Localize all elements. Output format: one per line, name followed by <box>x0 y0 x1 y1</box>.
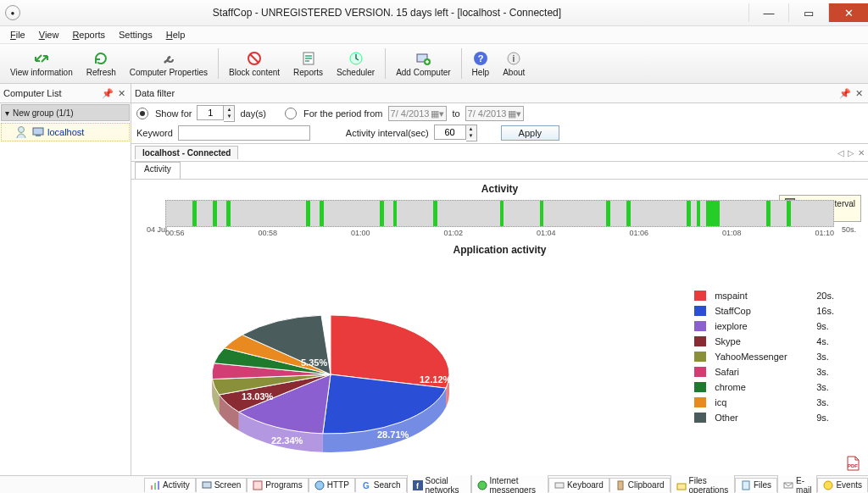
toolbar: View information Refresh Computer Proper… <box>0 44 868 84</box>
bottom-tabs: Activity Screen Programs HTTP GSearch fS… <box>0 475 868 493</box>
export-pdf-button[interactable]: PDF <box>844 455 861 472</box>
close-button[interactable]: ✕ <box>828 3 868 22</box>
tools-icon <box>160 50 177 67</box>
days-input[interactable] <box>197 105 224 120</box>
svg-point-30 <box>824 481 832 490</box>
tab-im[interactable]: Internet messengers <box>471 474 548 494</box>
svg-text:PDF: PDF <box>848 463 858 468</box>
calendar-icon: ▦▾ <box>508 108 521 119</box>
computer-properties-button[interactable]: Computer Properties <box>123 44 214 83</box>
window-title: StaffCop - UNREGISTERED VERSION. 15 days… <box>25 7 748 19</box>
tab-close-icon[interactable]: ✕ <box>858 148 865 158</box>
about-button[interactable]: iAbout <box>496 44 531 83</box>
svg-rect-28 <box>743 481 749 490</box>
period-radio[interactable] <box>285 108 297 119</box>
app-icon: ● <box>5 5 20 20</box>
svg-rect-26 <box>618 481 623 490</box>
tab-social[interactable]: fSocial networks <box>407 474 471 494</box>
svg-rect-13 <box>36 135 41 136</box>
monitor-icon <box>32 127 44 137</box>
reports-icon <box>300 50 317 67</box>
svg-point-0 <box>164 61 166 64</box>
arrows-icon <box>33 50 50 67</box>
add-computer-icon <box>415 50 431 67</box>
activity-subtab[interactable]: Activity <box>135 162 181 179</box>
computer-list-header: Computer List <box>3 88 61 98</box>
svg-point-24 <box>478 481 487 490</box>
tab-prev-icon[interactable]: ◁ <box>837 148 844 158</box>
tab-clipboard[interactable]: Clipboard <box>609 478 670 492</box>
apply-button[interactable]: Apply <box>501 125 560 141</box>
tab-activity[interactable]: Activity <box>144 478 196 492</box>
menu-file[interactable]: File <box>5 28 31 42</box>
chart-area: Activity Activity interval Inactivity 04… <box>131 180 868 475</box>
show-for-radio[interactable] <box>136 108 148 119</box>
files-ops-icon <box>676 480 687 490</box>
tab-events[interactable]: Events <box>817 478 868 492</box>
tab-programs[interactable]: Programs <box>247 478 308 492</box>
minimize-button[interactable]: — <box>748 3 788 22</box>
keyboard-icon <box>554 480 565 490</box>
interval-input[interactable] <box>434 125 466 140</box>
svg-text:i: i <box>513 54 515 64</box>
date-from[interactable]: 7/ 4/2013▦▾ <box>388 106 448 121</box>
block-content-button[interactable]: Block content <box>222 44 287 83</box>
svg-rect-18 <box>203 482 211 488</box>
events-icon <box>823 480 833 490</box>
clipboard-icon <box>615 480 626 490</box>
activity-title: Activity <box>131 183 868 195</box>
computer-list-pane: Computer List 📌 ✕ ▾ New group (1/1) loca… <box>0 84 131 475</box>
svg-rect-27 <box>677 484 686 490</box>
globe-icon <box>314 480 325 490</box>
tab-search[interactable]: GSearch <box>355 478 407 492</box>
menu-view[interactable]: View <box>34 28 64 42</box>
host-item[interactable]: localhost <box>1 123 130 141</box>
tab-files-operations[interactable]: Files operations <box>670 474 735 494</box>
date-to[interactable]: 7/ 4/2013▦▾ <box>465 106 525 121</box>
svg-rect-12 <box>33 128 43 135</box>
reports-button[interactable]: Reports <box>287 44 330 83</box>
days-spinner[interactable]: ▲▼ <box>224 105 235 122</box>
close-panel-icon[interactable]: ✕ <box>853 87 865 99</box>
messenger-icon <box>477 480 487 490</box>
window-icon <box>253 480 263 490</box>
close-panel-icon[interactable]: ✕ <box>115 87 127 99</box>
svg-point-20 <box>315 481 324 490</box>
google-icon: G <box>361 480 371 490</box>
group-row[interactable]: ▾ New group (1/1) <box>1 104 130 121</box>
tab-next-icon[interactable]: ▷ <box>848 148 854 158</box>
tab-screen[interactable]: Screen <box>196 478 248 492</box>
menu-settings[interactable]: Settings <box>114 28 158 42</box>
facebook-icon: f <box>413 480 423 490</box>
calendar-icon: ▦▾ <box>431 108 444 119</box>
activity-timeline[interactable]: 00:5600:5801:0001:0201:0401:0601:0801:10 <box>165 200 834 225</box>
host-label: localhost <box>47 127 84 137</box>
help-icon: ? <box>472 50 489 67</box>
scheduler-button[interactable]: Scheduler <box>330 44 381 83</box>
about-icon: i <box>505 50 522 67</box>
tab-keyboard[interactable]: Keyboard <box>548 478 609 492</box>
add-computer-button[interactable]: Add Computer <box>389 44 457 83</box>
svg-rect-15 <box>151 485 153 490</box>
svg-text:?: ? <box>478 53 484 64</box>
app-activity-title: Application activity <box>131 244 868 256</box>
pin-icon[interactable]: 📌 <box>102 87 114 99</box>
keyword-input[interactable] <box>178 125 310 141</box>
view-information-button[interactable]: View information <box>3 44 80 83</box>
interval-spinner[interactable]: ▲▼ <box>466 125 477 141</box>
help-button[interactable]: ?Help <box>465 44 497 83</box>
tab-http[interactable]: HTTP <box>309 478 355 492</box>
pin-icon[interactable]: 📌 <box>839 87 851 99</box>
refresh-button[interactable]: Refresh <box>80 44 123 83</box>
menu-help[interactable]: Help <box>161 28 191 42</box>
maximize-button[interactable]: ▭ <box>788 3 828 22</box>
connection-tab[interactable]: localhost - Connected <box>135 146 238 159</box>
menu-reports[interactable]: Reports <box>67 28 110 42</box>
chevron-down-icon: ▾ <box>5 108 9 118</box>
data-filter-header: Data filter <box>135 88 175 98</box>
svg-line-2 <box>250 54 259 63</box>
svg-rect-17 <box>158 481 159 490</box>
user-icon <box>15 125 29 139</box>
tab-files[interactable]: Files <box>735 478 777 492</box>
tab-email[interactable]: E-mail <box>777 474 817 494</box>
